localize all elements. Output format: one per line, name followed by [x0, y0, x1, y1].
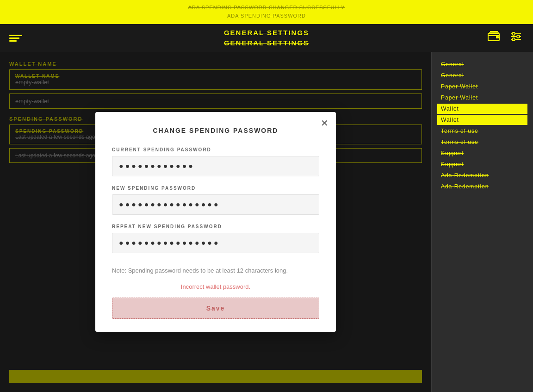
top-banner: ADA SPENDING PASSWORD CHANGED SUCCESSFUL… — [0, 0, 533, 24]
svg-point-8 — [512, 32, 515, 35]
header-title-2: GENERAL SETTINGS — [224, 38, 309, 49]
current-password-input[interactable] — [112, 156, 319, 176]
sidebar-item-ada-redemption-1[interactable]: Ada Redemption — [437, 170, 527, 180]
sidebar-item-support-1[interactable]: Support — [437, 148, 527, 158]
modal-close-button[interactable]: ✕ — [321, 118, 328, 128]
banner-line2: ADA SPENDING PASSWORD — [0, 12, 533, 20]
new-password-input[interactable] — [112, 194, 319, 215]
sidebar-item-paper-wallet-1[interactable]: Paper Wallet — [437, 81, 527, 92]
header-icons — [486, 29, 524, 47]
header: GENERAL SETTINGS GENERAL SETTINGS — [0, 24, 533, 52]
repeat-password-label: REPEAT NEW SPENDING PASSWORD — [112, 224, 319, 229]
sidebar-item-terms-2[interactable]: Terms of use — [437, 137, 527, 147]
modal-backdrop: CHANGE SPENDING PASSWORD ✕ CURRENT SPEND… — [0, 52, 431, 392]
sidebar-item-general-1[interactable]: General — [437, 59, 527, 69]
modal-title: CHANGE SPENDING PASSWORD — [112, 127, 319, 134]
logo-icon — [9, 35, 22, 42]
modal-save-button[interactable]: Save — [112, 298, 319, 319]
svg-point-10 — [512, 38, 515, 41]
settings-icon-button[interactable] — [508, 29, 524, 47]
content-area: WALLET NAME WALLET NAME empty-wallet emp… — [0, 52, 533, 392]
banner-line1: ADA SPENDING PASSWORD CHANGED SUCCESSFUL… — [0, 4, 533, 12]
logo — [9, 35, 22, 42]
wallet-icon-button[interactable] — [486, 29, 502, 47]
change-password-modal: CHANGE SPENDING PASSWORD ✕ CURRENT SPEND… — [95, 112, 336, 332]
logo-line-3 — [9, 40, 17, 42]
modal-note: Note: Spending password needs to be at l… — [112, 266, 319, 275]
logo-line-1 — [9, 35, 22, 36]
sidebar-item-wallet-2[interactable]: Wallet — [437, 115, 527, 125]
sidebar-item-general-2[interactable]: General — [437, 70, 527, 81]
svg-rect-1 — [496, 36, 499, 38]
modal-error: Incorrect wallet password. — [112, 283, 319, 290]
sidebar-item-paper-wallet-2[interactable]: Paper Wallet — [437, 93, 527, 103]
sidebar: General General Paper Wallet Paper Walle… — [431, 52, 533, 392]
svg-point-9 — [517, 35, 520, 38]
repeat-password-input[interactable] — [112, 233, 319, 253]
sidebar-item-ada-redemption-2[interactable]: Ada Redemption — [437, 181, 527, 192]
header-title-block: GENERAL SETTINGS GENERAL SETTINGS — [224, 28, 309, 49]
main-content: WALLET NAME WALLET NAME empty-wallet emp… — [0, 52, 431, 392]
header-title-1: GENERAL SETTINGS — [224, 28, 309, 38]
sidebar-item-support-2[interactable]: Support — [437, 159, 527, 169]
current-password-label: CURRENT SPENDING PASSWORD — [112, 147, 319, 152]
sidebar-item-wallet-1[interactable]: Wallet — [437, 104, 527, 114]
logo-line-2 — [9, 37, 19, 39]
new-password-label: NEW SPENDING PASSWORD — [112, 186, 319, 191]
sidebar-item-terms-1[interactable]: Terms of use — [437, 126, 527, 136]
